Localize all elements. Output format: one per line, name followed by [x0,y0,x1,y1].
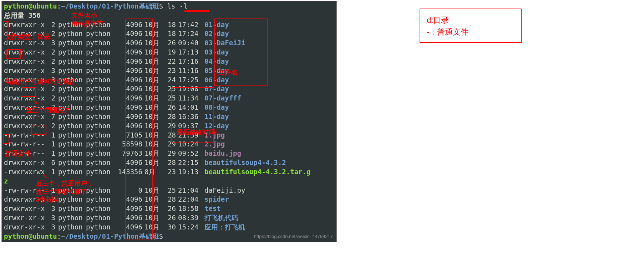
month-cell: 10月 [144,29,164,38]
watermark: https://blog.csdn.net/weixin_44799217 [254,233,333,240]
listing-rows: drwxrwxr-x2pythonpython409610月1817:4201-… [4,20,334,177]
legend-box: d:目录 -：普通文件 [420,9,522,43]
prompt-user: python@ubuntu [4,232,57,240]
size-cell: 58598 [112,140,142,149]
prompt-colon: : [57,2,61,10]
owner-cell: python [58,112,84,121]
owner-cell: python [58,186,84,195]
day-cell: 23 [164,167,176,177]
day-cell: 22 [164,57,176,66]
filename-cell: spider [204,195,229,204]
filename-cell: 05-day [204,66,229,76]
month-cell: 10月 [144,84,164,94]
perm-cell: drwxrwxr-x [4,103,47,112]
perm-cell: drwxrwxr-x [4,66,47,76]
time-cell: 22:15 [178,158,202,167]
month-cell: 10月 [144,112,164,121]
time-cell: 17:42 [178,20,202,30]
day-cell: 28 [164,112,176,121]
prompt-line: python@ubuntu:~/Desktop/01-Python基础班$ ls… [4,2,334,11]
day-cell: 29 [164,140,176,149]
links-cell: 1 [47,131,55,140]
perm-cell: -rw-rw-r-- [4,149,47,158]
perm-cell: drwxr-xr-x [4,213,47,223]
table-row: drwxrwxr-x7pythonpython409610月2816:3611-… [4,112,334,121]
month-cell: 10月 [144,48,164,57]
time-cell: 14:01 [178,103,202,112]
links-cell: 7 [47,112,55,121]
prompt-path: ~/Desktop/01-Python基础班 [61,232,159,240]
perm-cell: drwxrwxr-x [4,158,47,167]
filename-cell: 打飞机代码 [204,213,238,223]
perm-cell: -rw-rw-r-- [4,140,47,149]
month-cell: 10月 [144,103,164,112]
time-cell: 18:58 [178,204,202,213]
group-cell: python [86,76,112,85]
day-cell: 25 [164,186,176,195]
table-row: drwxr-xr-x3pythonpython409610月2608:39打飞机… [4,213,334,223]
month-cell: 10月 [144,140,164,149]
size-cell: 4096 [112,57,142,66]
month-cell: 10月 [144,158,164,167]
links-cell: 1 [47,149,55,158]
size-cell: 4096 [112,84,142,94]
time-cell: 22:04 [178,195,202,204]
perm-cell: drwxrwxr-x [4,48,47,57]
perm-cell: drwxrwxr-x [4,204,47,213]
links-cell: 2 [47,84,55,94]
group-cell: python [86,57,112,66]
links-cell: 3 [47,213,55,223]
owner-cell: python [58,140,84,149]
listing-rows-2: -rw-rw-r--1pythonpython010月2521:04daFeij… [4,186,334,232]
perm-cell: drwxrwxr-x [4,94,47,103]
time-cell: 21:04 [178,186,202,195]
filename-cell: beautifulsoup4-4.3.2.tar.g [204,167,310,177]
month-cell: 10月 [144,57,164,66]
group-cell: python [86,204,112,213]
owner-cell: python [58,213,84,223]
day-cell: 29 [164,121,176,131]
time-cell: 09:40 [178,38,202,48]
table-row: drwxrwxr-x2pythonpython409610月1917:1303-… [4,48,334,57]
filename-cell: daFeiji.py [204,186,245,195]
legend-line-1: d:目录 [427,14,514,26]
group-cell: python [86,195,112,204]
owner-cell: python [58,131,84,140]
size-cell: 4096 [112,66,142,76]
month-cell: 10月 [144,186,164,195]
links-cell: 1 [47,167,55,177]
day-cell: 30 [164,223,176,232]
filename-cell: 07-dayfff [204,94,241,103]
size-cell: 4096 [112,204,142,213]
links-cell: 2 [47,103,55,112]
owner-cell: python [58,38,84,48]
time-cell: 11:34 [178,94,202,103]
group-cell: python [86,112,112,121]
owner-cell: python [58,204,84,213]
links-cell: 3 [47,204,55,213]
month-cell: 10月 [144,121,164,131]
size-cell: 4096 [112,223,142,232]
table-row: drwxrwxr-x2pythonpython409610月2614:0108-… [4,103,334,112]
group-cell: python [86,213,112,223]
day-cell: 28 [164,158,176,167]
time-cell: 19:08 [178,84,202,94]
table-row: drwxrwxr-x2pythonpython409610月2909:3712-… [4,121,334,131]
filename-cell: 11-day [204,112,229,121]
day-cell: 25 [164,84,176,94]
time-cell: 09:37 [178,121,202,131]
day-cell: 29 [164,149,176,158]
size-cell: 0 [112,186,142,195]
table-row: drwxrwxr-x2pythonpython409610月2217:1604-… [4,57,334,66]
command-text: ls -l [167,2,187,10]
group-cell: python [86,140,112,149]
filename-cell: 应用：打飞机 [204,223,245,232]
perm-cell: drwxr-xr-x [4,223,47,232]
month-cell: 10月 [144,38,164,48]
filename-cell: test [204,204,221,213]
terminal-window[interactable]: python@ubuntu:~/Desktop/01-Python基础班$ ls… [1,1,337,242]
links-cell: 2 [47,57,55,66]
month-cell: 10月 [144,20,164,30]
filename-cell: 06-day [204,76,229,85]
size-cell: 4096 [112,213,142,223]
